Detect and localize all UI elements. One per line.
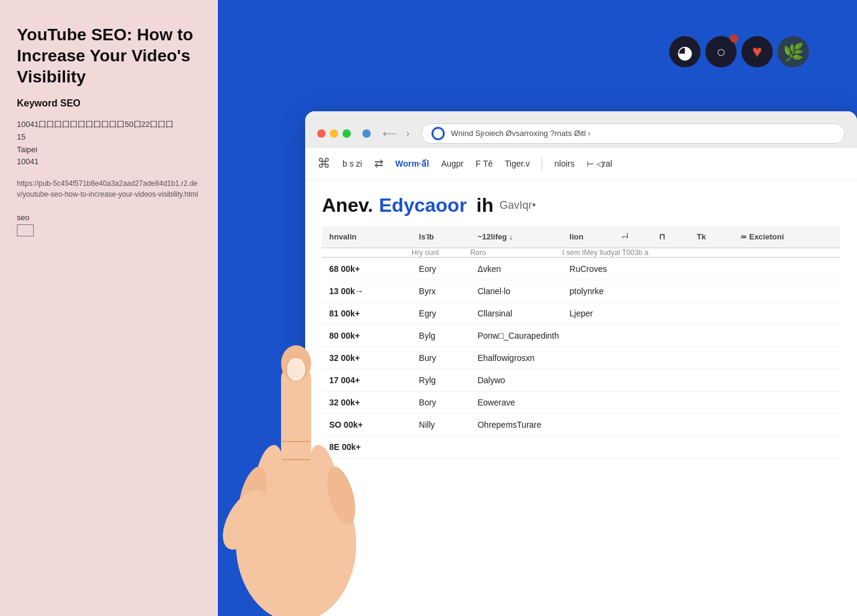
th-3: ~12lifeg ↓: [470, 226, 562, 248]
sidebar-tag: seo: [17, 213, 201, 238]
td-2-2: Byrx: [412, 280, 470, 303]
sh-3: Roro: [470, 248, 562, 257]
logo-circle-1: ◕: [669, 36, 701, 67]
toolbar-divider: [542, 156, 542, 171]
td-3-3: Cllarsinal: [470, 303, 562, 325]
td-2-9: [412, 436, 470, 458]
td-2-5: Bury: [412, 347, 470, 369]
table-row: 68 00k+ Eory Δvken RuCroves: [322, 257, 840, 280]
td-num-4: 80 00k+: [322, 325, 412, 347]
td-4-2: ptolynrke: [562, 280, 840, 303]
logo-dot: [730, 34, 738, 43]
table-row: 17 004+ Rylg Dalywo: [322, 369, 840, 392]
tl-red[interactable]: [317, 129, 326, 138]
url-text: Wnind Sjroiech Øvsarroxing ?rnats Øitl ›: [451, 129, 590, 138]
th-2: lsΊb: [412, 226, 470, 248]
sh-4: I sem IMey iludyal T003b a: [562, 248, 840, 257]
td-2-8: Nilly: [412, 414, 470, 436]
toolbar-share-icon: ⇄: [374, 157, 383, 170]
table-row: 32 00k+ Bury Ehalfowigrosxn: [322, 347, 840, 369]
meta-line2: 15: [17, 131, 201, 144]
td-num-1: 68 00k+: [322, 257, 412, 280]
logo-circle-3: ♥: [741, 36, 773, 67]
traffic-lights: [317, 129, 371, 138]
tl-blue[interactable]: [362, 129, 371, 138]
nav-back[interactable]: ⟵: [380, 125, 399, 141]
sidebar-url[interactable]: https://pub-5c454f571b8e40a3a2aad27ade84…: [17, 178, 201, 200]
meta-line4: 10041: [17, 156, 201, 168]
title-part4: GavIqr•: [500, 199, 536, 212]
th-8: ≃ Excietoni: [733, 226, 840, 248]
toolbar-item-tigerv[interactable]: Tiger.v: [505, 159, 530, 168]
table-row: 8E 00k+: [322, 436, 840, 458]
th-7: Tk: [690, 226, 733, 248]
td-3-5: Ehalfowigrosxn: [470, 347, 840, 369]
content-title: Anev. Edycaoor ih GavIqr•: [322, 194, 840, 217]
meta-line1: 10041囗囗囗囗囗囗囗囗囗囗囗50囗22囗囗囗: [17, 119, 201, 131]
toolbar-item-1[interactable]: b s zi: [342, 159, 362, 168]
url-bar[interactable]: Wnind Sjroiech Øvsarroxing ?rnats Øitl ›: [421, 123, 845, 144]
td-4-3: Ljeper: [562, 303, 840, 325]
td-3-7: Eowerave: [470, 392, 840, 414]
td-2-1: Eory: [412, 257, 470, 280]
table-row: 32 00k+ Bory Eowerave: [322, 392, 840, 414]
browser-toolbar: ⌘ b s zi ⇄ Worm·ấl Augpr F Tē Tiger.v nl…: [305, 147, 857, 180]
sidebar-keyword: Keyword SEO: [17, 98, 201, 109]
svg-point-6: [234, 464, 273, 528]
td-num-9: 8E 00k+: [322, 436, 412, 458]
sh-1: [322, 248, 412, 257]
toolbar-item-te[interactable]: F Tē: [475, 159, 493, 168]
toolbar-item-nloirs[interactable]: nloirs: [554, 159, 574, 168]
td-3-6: Dalywo: [470, 369, 840, 392]
table-row: 13 00k→ Byrx Clanel·lo ptolynrke: [322, 280, 840, 303]
sh-2: Hry ounΙ: [412, 248, 470, 257]
td-3-8: OhrepemsTurare: [470, 414, 840, 436]
title-part2: Edycaoor: [379, 194, 467, 217]
th-4: lion: [562, 226, 614, 248]
td-num-3: 81 00k+: [322, 303, 412, 325]
title-part3: ih: [477, 194, 493, 217]
svg-point-10: [286, 357, 306, 381]
table-row: SO 00k+ Nilly OhrepemsTurare: [322, 414, 840, 436]
td-3-9: [470, 436, 840, 458]
sidebar-title: YouTube SEO: How to Increase Your Video'…: [17, 24, 201, 87]
sidebar: YouTube SEO: How to Increase Your Video'…: [0, 0, 218, 616]
table-row: 81 00k+ Egry Cllarsinal Ljeper: [322, 303, 840, 325]
toolbar-item-worm[interactable]: Worm·ấl: [395, 159, 429, 168]
logo-circle-4: 🌿: [778, 36, 809, 67]
tl-yellow[interactable]: [330, 129, 338, 138]
sidebar-meta: 10041囗囗囗囗囗囗囗囗囗囗囗50囗22囗囗囗 15 Taipei 10041: [17, 119, 201, 168]
data-table: hnvalin lsΊb ~12lifeg ↓ lion ⌐ʲ ⊓ Tk ≃ E…: [322, 226, 840, 458]
svg-point-5: [250, 443, 288, 513]
th-5: ⌐ʲ: [614, 226, 652, 248]
td-3-1: Δvken: [470, 257, 562, 280]
toolbar-icon-main: ⌘: [317, 156, 330, 171]
table-row: 80 00k+ Bylg Ponw□_Caurapedinth: [322, 325, 840, 347]
nav-forward[interactable]: ›: [404, 126, 412, 141]
logo-wrapper-1: ◕: [669, 36, 701, 67]
browser-window: ⟵ › Wnind Sjroiech Øvsarroxing ?rnats Øi…: [305, 111, 857, 616]
td-num-7: 32 00k+: [322, 392, 412, 414]
td-2-4: Bylg: [412, 325, 470, 347]
td-2-7: Bory: [412, 392, 470, 414]
td-4-1: RuCroves: [562, 257, 840, 280]
td-num-5: 32 00k+: [322, 347, 412, 369]
meta-line3: Taipei: [17, 144, 201, 156]
browser-nav: ⟵ ›: [380, 125, 412, 141]
sidebar-tag-box: [17, 224, 34, 236]
toolbar-item-augpr[interactable]: Augpr: [441, 159, 463, 168]
svg-point-7: [218, 482, 276, 556]
url-icon: [432, 127, 445, 140]
table-header-row: hnvalin lsΊb ~12lifeg ↓ lion ⌐ʲ ⊓ Tk ≃ E…: [322, 226, 840, 248]
logo-area: ◕ ○ ♥ 🌿: [669, 36, 809, 67]
td-num-2: 13 00k→: [322, 280, 412, 303]
title-part1: Anev.: [322, 194, 373, 217]
table-subheader-row: Hry ounΙ Roro I sem IMey iludyal T003b a: [322, 248, 840, 257]
th-6: ⊓: [652, 226, 690, 248]
th-1: hnvalin: [322, 226, 412, 248]
tl-green[interactable]: [342, 129, 351, 138]
toolbar-item-ural[interactable]: ⊢ ◁ral: [587, 159, 612, 168]
browser-content: Anev. Edycaoor ih GavIqr• hnvalin lsΊb ~…: [305, 180, 857, 458]
table-body: 68 00k+ Eory Δvken RuCroves 13 00k→ Byrx…: [322, 257, 840, 458]
td-2-3: Egry: [412, 303, 470, 325]
